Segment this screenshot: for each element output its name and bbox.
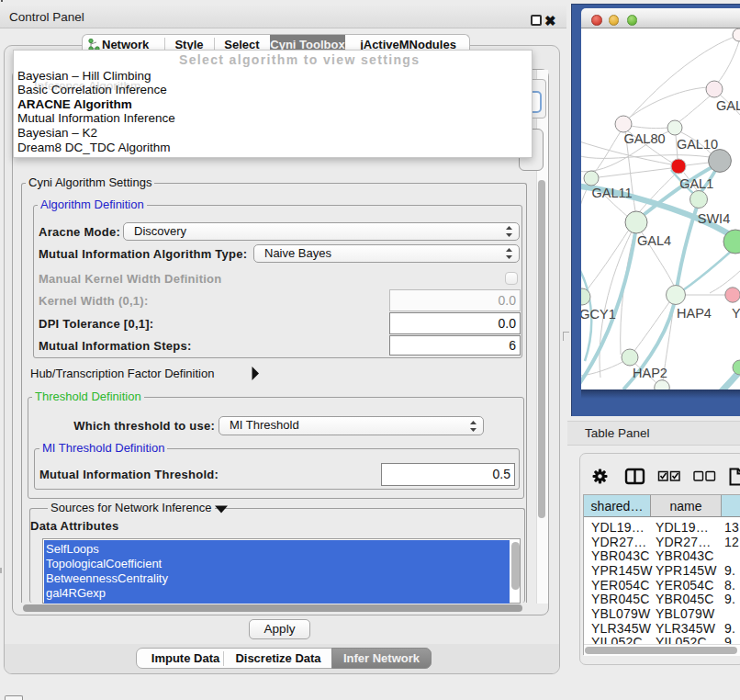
svg-text:Y: Y bbox=[732, 306, 740, 321]
svg-text:GCY1: GCY1 bbox=[581, 307, 616, 322]
svg-text:GAL7: GAL7 bbox=[716, 98, 740, 113]
svg-text:GAL11: GAL11 bbox=[591, 186, 632, 200]
svg-text:GAL80: GAL80 bbox=[623, 131, 665, 146]
svg-text:GAL4: GAL4 bbox=[637, 233, 671, 248]
svg-text:GAL1: GAL1 bbox=[679, 176, 713, 191]
svg-text:HAP2: HAP2 bbox=[633, 366, 667, 380]
svg-text:SWI4: SWI4 bbox=[698, 211, 730, 226]
svg-text:HAP4: HAP4 bbox=[677, 306, 712, 321]
svg-text:GAL10: GAL10 bbox=[677, 137, 718, 152]
